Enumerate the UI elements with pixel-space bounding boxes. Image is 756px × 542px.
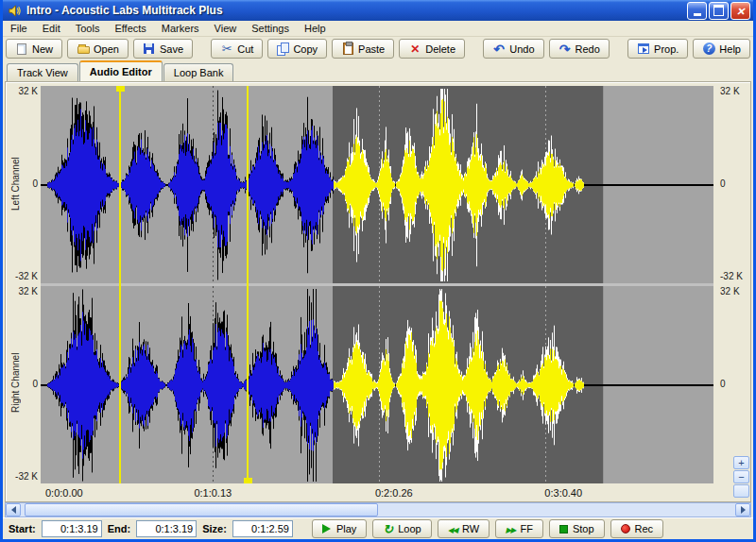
paste-button[interactable]: Paste (332, 39, 394, 59)
scale-ch1-bottom: -32 K (6, 271, 38, 282)
save-floppy-icon (143, 42, 156, 55)
end-field[interactable] (136, 520, 197, 537)
button-label: Redo (576, 43, 600, 55)
scale-right-ch1-top: 32 K (716, 86, 747, 97)
button-label: Undo (509, 43, 534, 55)
window-title: Intro - Acoustic Labs Multitrack Plus (26, 4, 687, 17)
menu-item-effects[interactable]: Effects (107, 21, 153, 36)
tab-loop-bank[interactable]: Loop Bank (163, 63, 234, 81)
button-label: Cut (237, 43, 253, 55)
restore-button[interactable] (709, 2, 729, 20)
fast-forward-icon (506, 523, 515, 534)
close-icon (736, 2, 745, 19)
button-label: RW (462, 523, 479, 534)
start-field[interactable] (42, 520, 102, 537)
play-icon (322, 524, 335, 534)
menu-item-view[interactable]: View (207, 21, 245, 36)
minimize-button[interactable] (687, 2, 707, 20)
size-field[interactable] (232, 520, 293, 537)
tab-audio-editor[interactable]: Audio Editor (79, 60, 163, 81)
button-label: Play (336, 523, 356, 534)
scale-right-ch1-zero: 0 (716, 178, 747, 190)
stop-button[interactable]: Stop (549, 519, 605, 538)
app-window: Intro - Acoustic Labs Multitrack Plus Fi… (0, 0, 756, 542)
size-label: Size: (202, 523, 227, 534)
time-label-3: 0:3:0.40 (544, 487, 582, 499)
speaker-icon (8, 3, 23, 18)
title-bar: Intro - Acoustic Labs Multitrack Plus (3, 0, 753, 21)
open-button[interactable]: Open (67, 39, 129, 59)
rewind-icon (448, 523, 457, 534)
time-label-1: 0:1:0.13 (194, 487, 232, 499)
button-label: Save (160, 43, 183, 55)
open-folder-icon (77, 42, 90, 55)
audio-editor-panel: 32 K 0 -32 K 32 K 0 -32 K Left Channel R… (5, 81, 751, 502)
horizontal-scrollbar (5, 502, 751, 517)
cut-button[interactable]: Cut (211, 39, 263, 59)
stop-icon (559, 525, 568, 534)
time-label-0: 0:0:0.00 (45, 487, 83, 499)
button-label: New (32, 43, 53, 55)
close-button[interactable] (730, 2, 750, 20)
paste-clipboard-icon (341, 42, 354, 55)
undo-button[interactable]: Undo (483, 39, 543, 59)
tab-track-view[interactable]: Track View (7, 63, 78, 81)
rewind-button[interactable]: RW (438, 519, 490, 538)
scale-ch2-bottom: -32 K (6, 471, 38, 483)
help-button[interactable]: ?Help (693, 39, 750, 59)
record-button[interactable]: Rec (610, 519, 664, 538)
button-label: Rec (635, 523, 654, 534)
scale-right-ch2-top: 32 K (716, 286, 747, 297)
cut-scissors-icon (220, 42, 233, 55)
zoom-extra-button[interactable] (733, 484, 749, 498)
menu-item-tools[interactable]: Tools (68, 21, 108, 36)
scale-right-ch2-zero: 0 (716, 379, 747, 390)
button-label: Paste (358, 43, 385, 55)
button-label: Copy (293, 43, 318, 55)
delete-x-icon (408, 42, 421, 55)
button-label: Prop. (654, 43, 679, 55)
restore-icon (713, 5, 724, 16)
zoom-controls: + − (733, 456, 749, 498)
button-label: Help (719, 43, 741, 55)
start-label: Start: (9, 523, 36, 534)
scrollbar-track[interactable] (21, 503, 735, 517)
redo-button[interactable]: Redo (549, 39, 610, 59)
status-bar: Start: End: Size: Play Loop RW FF Stop R… (3, 517, 753, 539)
left-channel-label: Left Channel (10, 142, 22, 227)
copy-pages-icon (277, 42, 289, 55)
fast-forward-button[interactable]: FF (495, 519, 543, 538)
play-button[interactable]: Play (312, 519, 367, 538)
properties-button[interactable]: Prop. (627, 39, 688, 59)
menu-item-edit[interactable]: Edit (35, 21, 68, 36)
zoom-out-button[interactable]: − (733, 470, 749, 483)
record-icon (621, 524, 630, 534)
minimize-icon (694, 6, 701, 16)
end-label: End: (108, 523, 130, 534)
loop-icon (383, 522, 393, 536)
copy-button[interactable]: Copy (267, 39, 327, 59)
scroll-right-button[interactable] (735, 503, 750, 517)
scroll-left-button[interactable] (6, 503, 21, 517)
delete-button[interactable]: Delete (399, 39, 465, 59)
menu-item-file[interactable]: File (3, 21, 35, 36)
new-button[interactable]: New (6, 39, 62, 59)
undo-arrow-icon (492, 42, 506, 55)
zoom-in-button[interactable]: + (733, 456, 749, 469)
redo-arrow-icon (558, 42, 572, 55)
scale-ch1-top: 32 K (6, 86, 38, 97)
button-label: Delete (425, 43, 455, 55)
menu-item-settings[interactable]: Settings (244, 21, 297, 36)
waveform-canvas[interactable] (41, 86, 713, 483)
properties-icon (637, 42, 650, 55)
button-label: Open (94, 43, 119, 55)
new-document-icon (15, 42, 28, 55)
time-label-2: 0:2:0.26 (375, 487, 413, 499)
toolbar: New Open Save Cut Copy Paste Delete Undo… (3, 37, 753, 60)
scrollbar-thumb[interactable] (25, 503, 378, 517)
loop-button[interactable]: Loop (372, 519, 431, 538)
menu-item-help[interactable]: Help (297, 21, 334, 36)
left-arrow-icon (8, 506, 16, 514)
save-button[interactable]: Save (133, 39, 193, 59)
menu-item-markers[interactable]: Markers (154, 21, 207, 36)
